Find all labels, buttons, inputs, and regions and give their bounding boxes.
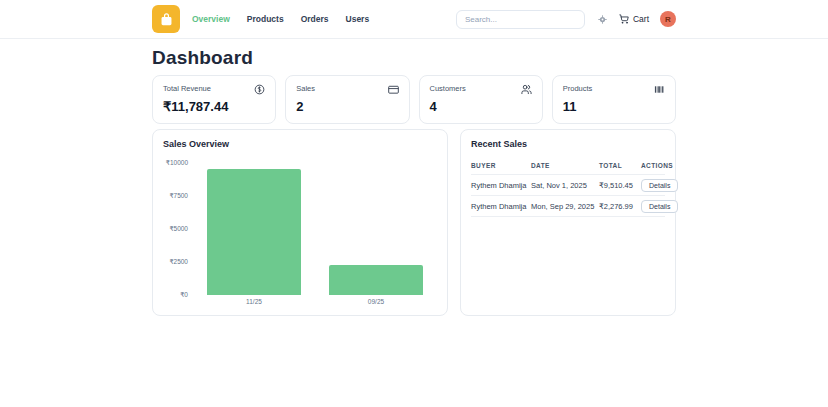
settings-icon[interactable] <box>598 15 607 24</box>
details-button[interactable]: Details <box>641 200 678 213</box>
cell-buyer: Rythem Dhamija <box>471 202 531 211</box>
column-header-date: DATE <box>531 162 599 169</box>
stat-label: Products <box>563 84 593 93</box>
top-bar: Overview Products Orders Users <box>0 0 828 39</box>
bar-slot: 09/25 <box>315 163 437 295</box>
stat-value: ₹11,787.44 <box>163 99 265 114</box>
nav-item-overview[interactable]: Overview <box>192 14 230 24</box>
sales-bar-chart: ₹0₹2500₹5000₹7500₹10000 11/2509/25 <box>163 163 437 295</box>
sales-overview-panel: Sales Overview ₹0₹2500₹5000₹7500₹10000 1… <box>152 129 448 316</box>
stat-card-customers: Customers 4 <box>419 75 543 124</box>
stat-value: 2 <box>296 99 398 114</box>
column-header-actions: ACTIONS <box>641 162 673 169</box>
cart-button[interactable]: Cart <box>619 14 649 24</box>
currency-circle-icon <box>254 84 265 95</box>
details-button[interactable]: Details <box>641 179 678 192</box>
stat-value: 11 <box>563 99 665 114</box>
x-tick-label: 11/25 <box>246 298 262 305</box>
recent-sales-title: Recent Sales <box>471 139 665 149</box>
cell-buyer: Rythem Dhamija <box>471 181 531 190</box>
bar-slot: 11/25 <box>193 163 315 295</box>
nav-item-users[interactable]: Users <box>346 14 370 24</box>
y-tick-label: ₹10000 <box>166 159 188 167</box>
shopping-bag-icon <box>158 11 175 28</box>
app-logo[interactable] <box>152 5 180 33</box>
stat-card-sales: Sales 2 <box>285 75 409 124</box>
nav-item-products[interactable]: Products <box>247 14 284 24</box>
credit-card-icon <box>388 84 399 95</box>
y-tick-label: ₹2500 <box>169 258 188 266</box>
main-nav: Overview Products Orders Users <box>192 14 369 24</box>
recent-sales-table: BUYER DATE TOTAL ACTIONS Rythem Dhamija … <box>471 158 665 217</box>
x-tick-label: 09/25 <box>368 298 384 305</box>
column-header-total: TOTAL <box>599 162 641 169</box>
stat-card-total-revenue: Total Revenue ₹11,787.44 <box>152 75 276 124</box>
cell-total: ₹9,510.45 <box>599 181 641 190</box>
dashboard-main: Dashboard Total Revenue ₹11,787.44 Sales <box>152 47 676 316</box>
user-avatar[interactable]: R <box>660 11 676 27</box>
chart-bar <box>329 265 423 295</box>
cart-icon <box>619 14 629 24</box>
cell-date: Mon, Sep 29, 2025 <box>531 202 599 211</box>
stat-label: Customers <box>430 84 466 93</box>
chart-y-axis: ₹0₹2500₹5000₹7500₹10000 <box>163 163 193 295</box>
sales-overview-title: Sales Overview <box>163 139 437 149</box>
y-tick-label: ₹7500 <box>169 192 188 200</box>
chart-bar <box>207 169 301 295</box>
stat-card-products: Products 11 <box>552 75 676 124</box>
column-header-buyer: BUYER <box>471 162 531 169</box>
page-title: Dashboard <box>152 47 676 69</box>
stat-cards: Total Revenue ₹11,787.44 Sales <box>152 75 676 124</box>
nav-item-orders[interactable]: Orders <box>301 14 329 24</box>
y-tick-label: ₹0 <box>180 291 188 299</box>
table-header-row: BUYER DATE TOTAL ACTIONS <box>471 158 665 175</box>
table-row: Rythem Dhamija Sat, Nov 1, 2025 ₹9,510.4… <box>471 175 665 196</box>
chart-plot: 11/2509/25 <box>193 163 437 295</box>
users-icon <box>521 84 532 95</box>
recent-sales-panel: Recent Sales BUYER DATE TOTAL ACTIONS Ry… <box>460 129 676 316</box>
search-input[interactable] <box>456 10 585 29</box>
barcode-icon <box>654 84 665 95</box>
cart-label: Cart <box>633 14 649 24</box>
stat-label: Total Revenue <box>163 84 211 93</box>
cell-total: ₹2,276.99 <box>599 202 641 211</box>
table-row: Rythem Dhamija Mon, Sep 29, 2025 ₹2,276.… <box>471 196 665 217</box>
stat-label: Sales <box>296 84 315 93</box>
y-tick-label: ₹5000 <box>169 225 188 233</box>
stat-value: 4 <box>430 99 532 114</box>
cell-date: Sat, Nov 1, 2025 <box>531 181 599 190</box>
